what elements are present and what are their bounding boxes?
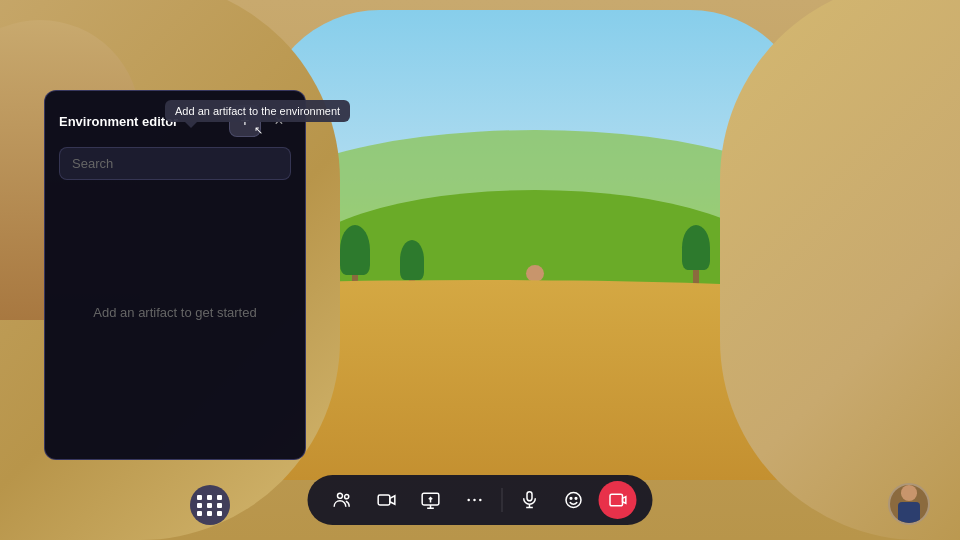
svg-point-10 [566, 493, 581, 508]
cursor-icon: ↖ [252, 124, 264, 140]
record-icon [608, 490, 628, 510]
share-button[interactable] [412, 481, 450, 519]
svg-point-1 [345, 495, 349, 499]
people-button[interactable] [324, 481, 362, 519]
emoji-icon [564, 490, 584, 510]
svg-point-4 [467, 499, 470, 502]
svg-rect-7 [527, 492, 532, 501]
emoji-button[interactable] [555, 481, 593, 519]
tooltip: Add an artifact to the environment [165, 100, 350, 122]
bottom-toolbar [308, 475, 653, 525]
mic-button[interactable] [511, 481, 549, 519]
record-button[interactable] [599, 481, 637, 519]
user-avatar-button[interactable] [888, 483, 930, 525]
svg-rect-13 [610, 494, 623, 506]
avatar-silhouette [895, 485, 923, 523]
svg-point-11 [570, 498, 572, 500]
search-input[interactable] [59, 147, 291, 180]
share-icon [421, 490, 441, 510]
apps-button[interactable] [190, 485, 230, 525]
apps-button-area [190, 485, 230, 525]
avatar-head [901, 485, 917, 501]
apps-grid-icon [197, 495, 224, 516]
svg-point-6 [479, 499, 482, 502]
more-icon [465, 490, 485, 510]
toolbar-divider [502, 488, 503, 512]
tree [682, 225, 710, 285]
more-button[interactable] [456, 481, 494, 519]
svg-point-12 [575, 498, 577, 500]
empty-state-message: Add an artifact to get started [93, 305, 256, 320]
mic-icon [520, 490, 540, 510]
svg-rect-2 [378, 495, 390, 505]
svg-point-0 [338, 493, 343, 498]
search-container [45, 147, 305, 192]
panel-title: Environment editor [59, 114, 178, 129]
svg-point-5 [473, 499, 476, 502]
video-button[interactable] [368, 481, 406, 519]
avatar-torso [898, 502, 920, 523]
video-icon [377, 490, 397, 510]
environment-editor-panel: Environment editor + ↖ × Add an artifact… [44, 90, 306, 460]
people-icon [333, 490, 353, 510]
panel-content: Add an artifact to get started [45, 192, 305, 432]
